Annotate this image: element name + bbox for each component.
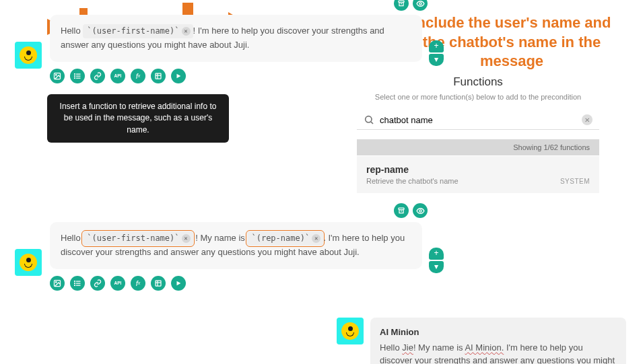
svg-point-15 <box>75 285 75 285</box>
message-body[interactable]: Hello `(user-first-name)` ✕ ! I'm here t… <box>50 15 422 62</box>
token-user-first-name[interactable]: `(user-first-name)` ✕ <box>83 231 193 246</box>
link-icon[interactable] <box>90 276 105 291</box>
eye-icon[interactable] <box>413 0 428 11</box>
archive-icon[interactable] <box>394 0 409 11</box>
chat-result: AI Minion Hello Jie! My name is AI Minio… <box>337 318 626 364</box>
api-icon[interactable]: API <box>110 276 125 291</box>
search-row: ✕ <box>357 110 599 130</box>
search-input[interactable] <box>380 115 576 125</box>
svg-rect-9 <box>399 208 404 210</box>
list-icon[interactable] <box>70 276 85 291</box>
panel-title: Functions <box>357 75 599 89</box>
avatar <box>15 42 42 69</box>
token-user-first-name[interactable]: `(user-first-name)` ✕ <box>83 24 193 38</box>
svg-point-13 <box>75 281 75 281</box>
svg-rect-7 <box>156 73 161 79</box>
svg-point-6 <box>75 77 75 78</box>
svg-point-12 <box>56 281 57 283</box>
avatar <box>15 249 42 276</box>
message-editor-2: Hello `(user-first-name)` ✕ ! My name is… <box>15 222 422 291</box>
svg-point-10 <box>419 209 421 211</box>
link-icon[interactable] <box>90 69 105 83</box>
svg-point-14 <box>75 283 75 283</box>
image-icon[interactable] <box>50 276 65 291</box>
function-item-name: rep-name <box>366 164 590 175</box>
text: Hello <box>61 233 81 243</box>
function-tooltip: Insert a function to retrieve additional… <box>47 94 229 143</box>
archive-icon[interactable] <box>394 203 409 218</box>
text: Hello <box>61 26 81 36</box>
table-icon[interactable] <box>151 276 166 291</box>
play-icon[interactable] <box>171 69 186 83</box>
list-icon[interactable] <box>70 69 85 83</box>
function-icon[interactable]: fx <box>131 69 145 83</box>
close-icon[interactable]: ✕ <box>182 27 191 36</box>
avatar <box>337 318 364 344</box>
functions-panel: Functions Select one or more function(s)… <box>357 75 599 193</box>
play-icon[interactable] <box>171 276 186 291</box>
svg-point-1 <box>419 2 421 4</box>
api-icon[interactable]: API <box>110 69 125 83</box>
panel-subtitle: Select one or more function(s) below to … <box>357 93 599 101</box>
svg-point-4 <box>75 73 75 74</box>
expand-below-button[interactable]: ▾ <box>429 54 444 66</box>
clear-icon[interactable]: ✕ <box>582 114 593 125</box>
close-icon[interactable]: ✕ <box>182 234 191 243</box>
message-editor-1: Hello `(user-first-name)` ✕ ! I'm here t… <box>15 15 422 83</box>
svg-point-5 <box>75 75 75 76</box>
token-rep-name[interactable]: `(rep-name)` ✕ <box>247 231 323 246</box>
svg-point-3 <box>56 74 57 75</box>
result-count: Showing 1/62 functions <box>357 139 599 155</box>
svg-rect-16 <box>156 281 161 286</box>
message-toolbar: API fx <box>50 276 422 291</box>
table-icon[interactable] <box>151 69 166 83</box>
add-above-button[interactable]: + <box>429 248 444 260</box>
search-icon <box>364 114 374 125</box>
add-above-button[interactable]: + <box>429 40 444 52</box>
function-item-rep-name[interactable]: rep-name Retrieve the chatbot's name SYS… <box>357 155 599 193</box>
eye-icon[interactable] <box>413 203 428 218</box>
svg-rect-0 <box>399 1 404 3</box>
svg-point-8 <box>366 116 372 122</box>
highlighted-user-name: Jie <box>402 342 413 353</box>
bot-name: AI Minion <box>380 326 617 339</box>
expand-below-button[interactable]: ▾ <box>429 261 444 273</box>
text: Hello <box>380 342 402 353</box>
highlighted-bot-name: AI Minion. <box>465 342 504 353</box>
text: ! My name is <box>195 233 245 243</box>
image-icon[interactable] <box>50 69 65 83</box>
function-item-tag: SYSTEM <box>560 178 590 185</box>
text: ! My name is <box>413 342 465 353</box>
chat-bubble: AI Minion Hello Jie! My name is AI Minio… <box>370 318 626 364</box>
function-icon[interactable]: fx <box>131 276 145 291</box>
function-item-desc: Retrieve the chatbot's name <box>366 177 590 185</box>
close-icon[interactable]: ✕ <box>312 234 320 243</box>
message-body[interactable]: Hello `(user-first-name)` ✕ ! My name is… <box>50 222 422 269</box>
